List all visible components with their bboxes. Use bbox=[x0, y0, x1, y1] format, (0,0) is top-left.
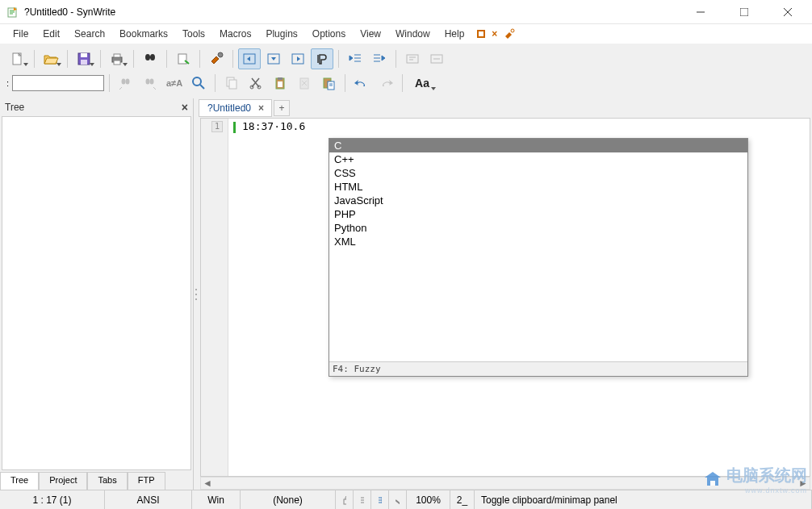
sidebar-tab-tabs[interactable]: Tabs bbox=[87, 472, 127, 490]
menu-bookmarks[interactable]: Bookmarks bbox=[113, 26, 174, 42]
delete-button[interactable] bbox=[293, 73, 316, 94]
maximize-button[interactable] bbox=[730, 1, 759, 23]
autocomplete-popup: C C++ CSS HTML JavaScript PHP Python XML… bbox=[329, 138, 748, 377]
svg-point-20 bbox=[146, 79, 150, 85]
svg-point-35 bbox=[195, 298, 197, 300]
menu-search[interactable]: Search bbox=[68, 26, 111, 42]
unindent-button[interactable] bbox=[344, 48, 366, 69]
restore-icon[interactable] bbox=[477, 30, 485, 38]
svg-rect-24 bbox=[229, 80, 236, 89]
svg-rect-28 bbox=[278, 77, 283, 80]
open-file-button[interactable] bbox=[40, 48, 62, 69]
nav-fwd-button[interactable] bbox=[287, 48, 309, 69]
popup-item-xml[interactable]: XML bbox=[329, 235, 747, 248]
svg-rect-16 bbox=[407, 55, 418, 63]
scroll-right-icon[interactable]: ► bbox=[797, 478, 810, 489]
svg-point-33 bbox=[195, 289, 197, 290]
editor-tab-close-button[interactable]: × bbox=[256, 102, 266, 114]
code-body[interactable]: 18:37·10.6 C C++ CSS HTML JavaScript PHP… bbox=[228, 119, 810, 476]
toolbars: : a≠A Aa bbox=[0, 44, 812, 98]
menu-window[interactable]: Window bbox=[389, 26, 437, 42]
svg-rect-36 bbox=[344, 499, 346, 504]
quicksearch-input[interactable] bbox=[12, 75, 104, 91]
undo-button[interactable] bbox=[350, 73, 373, 94]
menu-tools[interactable]: Tools bbox=[176, 26, 211, 42]
status-enc[interactable]: ANSI bbox=[105, 490, 192, 509]
save-button[interactable] bbox=[73, 48, 95, 69]
nav-back-button[interactable] bbox=[238, 48, 261, 69]
svg-rect-8 bbox=[114, 54, 120, 57]
status-zoom[interactable]: 100% bbox=[407, 490, 450, 509]
popup-item-python[interactable]: Python bbox=[329, 221, 747, 235]
sidebar-tab-ftp[interactable]: FTP bbox=[128, 472, 165, 490]
redo-button[interactable] bbox=[375, 73, 397, 94]
settings-button[interactable] bbox=[205, 48, 228, 69]
code-line: 18:37·10.6 bbox=[242, 120, 305, 132]
popup-footer: F4: Fuzzy bbox=[329, 361, 747, 376]
status-eol[interactable]: Win bbox=[192, 490, 241, 509]
new-tab-button[interactable]: + bbox=[274, 100, 290, 116]
status-pos[interactable]: 1 : 17 (1) bbox=[0, 490, 105, 509]
status-sel-icon[interactable] bbox=[371, 490, 389, 509]
popup-item-css[interactable]: CSS bbox=[329, 166, 747, 180]
clipboard-button[interactable] bbox=[269, 73, 291, 94]
menu-plugins[interactable]: Plugins bbox=[259, 26, 303, 42]
svg-point-2 bbox=[511, 29, 514, 32]
copy-button[interactable] bbox=[220, 73, 243, 94]
status-readonly-icon[interactable] bbox=[389, 490, 407, 509]
svg-point-22 bbox=[193, 77, 201, 86]
uncomment-button[interactable] bbox=[425, 48, 448, 69]
case-change-button[interactable]: Aa bbox=[408, 73, 437, 94]
popup-item-php[interactable]: PHP bbox=[329, 207, 747, 221]
find-button[interactable] bbox=[139, 48, 161, 69]
menu-view[interactable]: View bbox=[354, 26, 387, 42]
menu-file[interactable]: File bbox=[6, 26, 35, 42]
tree-panel[interactable] bbox=[2, 116, 191, 470]
sidebar: Tree × Tree Project Tabs FTP bbox=[0, 98, 194, 490]
change-marker-icon bbox=[233, 122, 236, 133]
case-toggle-button[interactable]: a≠A bbox=[163, 73, 186, 94]
scroll-left-icon[interactable]: ◄ bbox=[201, 478, 214, 489]
sidebar-tab-tree[interactable]: Tree bbox=[0, 472, 39, 490]
svg-rect-12 bbox=[178, 54, 186, 64]
quicksearch-label: : bbox=[6, 78, 9, 88]
indent-button[interactable] bbox=[368, 48, 391, 69]
svg-rect-1 bbox=[740, 8, 748, 16]
tools-glyph-icon[interactable] bbox=[504, 28, 515, 40]
zoom-button[interactable] bbox=[187, 73, 210, 94]
status-wrap-icon[interactable] bbox=[354, 490, 371, 509]
editor[interactable]: 1 18:37·10.6 C C++ CSS HTML JavaScript P… bbox=[200, 118, 810, 477]
paste-button[interactable] bbox=[317, 73, 340, 94]
line-number: 1 bbox=[211, 121, 223, 132]
editor-tab-untitled[interactable]: ?Untitled0 × bbox=[199, 99, 272, 117]
popup-item-cpp[interactable]: C++ bbox=[329, 152, 747, 166]
menu-help[interactable]: Help bbox=[438, 26, 471, 42]
status-lock-icon[interactable] bbox=[336, 490, 354, 509]
nav-down-button[interactable] bbox=[262, 48, 285, 69]
menu-macros[interactable]: Macros bbox=[213, 26, 257, 42]
show-nonprint-button[interactable] bbox=[311, 48, 333, 69]
close-doc-icon[interactable]: × bbox=[492, 28, 497, 40]
sidebar-tab-project[interactable]: Project bbox=[39, 472, 87, 490]
status-lexer[interactable]: (None) bbox=[241, 490, 336, 509]
print-button[interactable] bbox=[106, 48, 128, 69]
find-next-button[interactable] bbox=[139, 73, 161, 94]
cut-button[interactable] bbox=[245, 73, 267, 94]
horizontal-scrollbar[interactable]: ◄ ► bbox=[200, 477, 810, 490]
minimize-button[interactable] bbox=[686, 1, 715, 23]
sidebar-close-button[interactable]: × bbox=[182, 101, 188, 114]
new-file-button[interactable] bbox=[6, 48, 29, 69]
svg-point-34 bbox=[195, 294, 197, 295]
popup-item-c[interactable]: C bbox=[329, 139, 747, 152]
comment-button[interactable] bbox=[401, 48, 424, 69]
menu-edit[interactable]: Edit bbox=[36, 26, 66, 42]
popup-item-html[interactable]: HTML bbox=[329, 180, 747, 194]
app-icon bbox=[6, 6, 19, 19]
find-prev-button[interactable] bbox=[115, 73, 137, 94]
svg-rect-6 bbox=[81, 60, 87, 65]
goto-button[interactable] bbox=[172, 48, 195, 69]
status-tabmode[interactable]: 2_ bbox=[450, 490, 475, 509]
close-button[interactable] bbox=[773, 1, 802, 23]
menu-options[interactable]: Options bbox=[306, 26, 352, 42]
popup-item-js[interactable]: JavaScript bbox=[329, 194, 747, 207]
